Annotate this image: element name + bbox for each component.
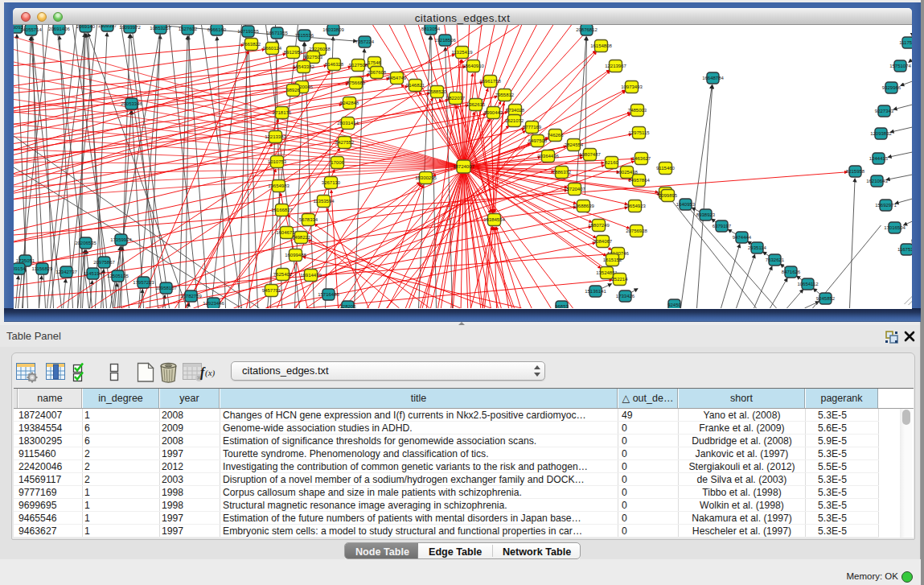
svg-text:9734028: 9734028 (505, 108, 524, 113)
svg-text:1463627: 1463627 (631, 156, 651, 161)
svg-text:20206535: 20206535 (75, 241, 97, 245)
svg-text:10719155: 10719155 (237, 29, 259, 34)
svg-text:6497508: 6497508 (528, 138, 547, 143)
svg-text:7625402: 7625402 (273, 272, 292, 277)
svg-text:7485003: 7485003 (627, 108, 647, 113)
svg-text:12342737: 12342737 (55, 270, 77, 274)
svg-text:19093972: 19093972 (119, 25, 141, 30)
svg-text:1640953: 1640953 (676, 202, 695, 207)
svg-text:7515536: 7515536 (294, 33, 314, 38)
svg-text:9474444: 9474444 (732, 235, 751, 240)
svg-text:12093832: 12093832 (870, 131, 892, 136)
svg-text:3824554: 3824554 (564, 142, 583, 147)
svg-text:1244415: 1244415 (869, 156, 888, 161)
svg-text:14957864: 14957864 (628, 178, 650, 183)
svg-text:1733426: 1733426 (615, 294, 634, 299)
svg-text:8990443: 8990443 (483, 110, 503, 115)
svg-text:15136141: 15136141 (585, 289, 606, 294)
svg-text:6966160: 6966160 (207, 27, 226, 32)
svg-text:9242848: 9242848 (339, 101, 359, 105)
svg-text:12975115: 12975115 (628, 130, 650, 135)
svg-text:15751074: 15751074 (889, 64, 911, 68)
svg-text:8427552: 8427552 (335, 140, 354, 145)
svg-text:9327503: 9327503 (303, 55, 322, 60)
svg-text:16671355: 16671355 (266, 31, 288, 35)
svg-text:62160: 62160 (605, 160, 618, 165)
svg-text:746266: 746266 (547, 133, 564, 138)
svg-text:19384554: 19384554 (483, 217, 505, 222)
svg-text:98926: 98926 (286, 88, 300, 93)
svg-text:92450: 92450 (667, 303, 681, 307)
svg-text:1735051: 1735051 (15, 258, 35, 263)
svg-text:10807487: 10807487 (579, 152, 601, 157)
svg-text:7663822: 7663822 (241, 42, 261, 47)
svg-text:20691406: 20691406 (48, 27, 70, 31)
svg-text:10853257: 10853257 (150, 26, 171, 31)
svg-text:8938923: 8938923 (696, 212, 715, 217)
svg-text:7955812: 7955812 (495, 93, 514, 97)
svg-text:16099488: 16099488 (285, 253, 306, 257)
svg-text:20876812: 20876812 (576, 27, 598, 32)
svg-text:17957223: 17957223 (133, 280, 154, 285)
svg-text:12213383: 12213383 (265, 134, 286, 139)
svg-text:11325419: 11325419 (451, 50, 473, 55)
svg-text:9777169: 9777169 (522, 125, 541, 130)
svg-text:3822037: 3822037 (446, 96, 465, 101)
svg-text:9660124: 9660124 (262, 46, 281, 51)
svg-text:1621072: 1621072 (504, 118, 524, 123)
svg-text:16782759: 16782759 (180, 294, 202, 299)
svg-text:8215958: 8215958 (845, 169, 864, 174)
svg-text:1167533: 1167533 (897, 247, 912, 252)
svg-text:19166827: 19166827 (271, 208, 293, 212)
svg-text:19218506: 19218506 (434, 38, 456, 43)
svg-text:18724007: 18724007 (453, 164, 474, 169)
svg-text:1527602: 1527602 (178, 27, 197, 31)
svg-text:20364436: 20364436 (537, 154, 559, 159)
svg-text:9099895: 9099895 (658, 193, 677, 198)
svg-text:18807249: 18807249 (588, 223, 610, 228)
svg-text:9227343: 9227343 (874, 109, 893, 113)
svg-text:28031414: 28031414 (337, 121, 359, 126)
svg-text:12213967: 12213967 (605, 64, 626, 68)
svg-text:10654112: 10654112 (797, 282, 819, 286)
svg-text:10958107: 10958107 (155, 286, 177, 290)
svg-text:20975867: 20975867 (93, 260, 115, 265)
svg-text:16543382: 16543382 (293, 64, 314, 69)
svg-text:1145194: 1145194 (84, 271, 103, 276)
svg-text:8813054: 8813054 (421, 27, 440, 31)
svg-text:(x): (x) (205, 368, 216, 378)
svg-text:1362615: 1362615 (466, 102, 485, 107)
svg-text:17006: 17006 (331, 160, 344, 165)
svg-text:9127508: 9127508 (348, 63, 368, 68)
svg-text:19654923: 19654923 (624, 204, 646, 208)
svg-text:96853: 96853 (555, 304, 569, 308)
svg-text:9329966: 9329966 (881, 85, 901, 90)
svg-text:16210643: 16210643 (866, 179, 888, 183)
svg-text:2367608: 2367608 (367, 70, 386, 75)
svg-text:9146821: 9146821 (405, 83, 425, 88)
svg-text:3267130: 3267130 (321, 180, 340, 185)
svg-text:12505135: 12505135 (107, 274, 129, 278)
svg-text:6379197: 6379197 (712, 224, 731, 229)
svg-text:16914479: 16914479 (300, 273, 322, 278)
svg-text:18300295: 18300295 (415, 175, 437, 180)
svg-text:17546: 17546 (368, 60, 381, 65)
svg-text:3498222: 3498222 (291, 235, 310, 240)
svg-text:2069140: 2069140 (76, 25, 95, 29)
svg-text:16648784: 16648784 (702, 76, 724, 80)
svg-text:12923446: 12923446 (203, 301, 224, 306)
svg-text:9115460: 9115460 (656, 166, 676, 171)
svg-text:9084067: 9084067 (593, 239, 612, 244)
svg-text:10688639: 10688639 (573, 204, 594, 208)
svg-text:16154808: 16154808 (590, 43, 612, 48)
svg-text:8471626: 8471626 (781, 270, 800, 274)
svg-text:128205: 128205 (339, 304, 356, 308)
svg-text:9245852: 9245852 (815, 296, 835, 301)
svg-text:7632621: 7632621 (765, 257, 784, 262)
svg-text:17016504: 17016504 (884, 225, 906, 230)
svg-text:8454749: 8454749 (387, 76, 406, 80)
svg-text:8912954: 8912954 (283, 50, 302, 55)
svg-text:2588520: 2588520 (427, 89, 446, 94)
svg-text:20756928: 20756928 (626, 229, 647, 233)
svg-text:8756685: 8756685 (346, 80, 365, 85)
